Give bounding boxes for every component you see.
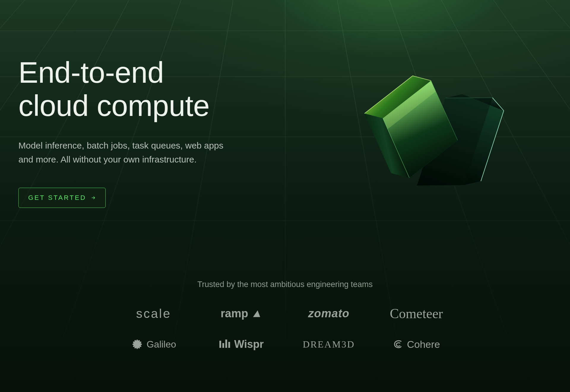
- wispr-bars-icon: [219, 339, 231, 350]
- logo-scale-label: scale: [136, 307, 171, 321]
- logo-grid: scale ramp zomato Cometeer: [98, 306, 472, 350]
- logo-ramp: ramp: [221, 307, 262, 320]
- logo-cometeer: Cometeer: [390, 306, 443, 321]
- cohere-swirl-icon: [393, 339, 403, 350]
- cta-label: GET STARTED: [28, 194, 86, 202]
- svg-rect-9: [225, 340, 227, 348]
- logo-wispr: Wispr: [219, 338, 264, 350]
- hero-headline: End-to-end cloud compute: [18, 56, 223, 122]
- logo-cometeer-label: Cometeer: [390, 306, 443, 321]
- svg-rect-10: [228, 342, 230, 348]
- logo-zomato: zomato: [308, 307, 349, 320]
- hero-subhead: Model inference, batch jobs, task queues…: [18, 139, 223, 166]
- logo-dream3d-label: DREAM3D: [303, 339, 355, 350]
- trusted-by-section: Trusted by the most ambitious engineerin…: [0, 280, 570, 350]
- arrow-right-icon: [91, 195, 96, 200]
- hero-section: End-to-end cloud compute Model inference…: [18, 56, 223, 208]
- svg-rect-8: [222, 343, 224, 348]
- logo-galileo: Galileo: [131, 338, 176, 350]
- trusted-heading: Trusted by the most ambitious engineerin…: [0, 280, 570, 289]
- logo-dream3d: DREAM3D: [303, 339, 355, 350]
- ramp-slash-icon: [252, 309, 262, 319]
- galileo-swirl-icon: [131, 338, 143, 350]
- logo-galileo-label: Galileo: [147, 339, 176, 350]
- logo-cohere-label: Cohere: [407, 339, 440, 350]
- get-started-button[interactable]: GET STARTED: [18, 188, 106, 208]
- svg-rect-7: [219, 341, 221, 348]
- logo-scale: scale: [136, 307, 171, 321]
- logo-wispr-label: Wispr: [234, 338, 264, 350]
- logo-cohere: Cohere: [393, 339, 440, 350]
- logo-ramp-label: ramp: [221, 307, 248, 320]
- logo-zomato-label: zomato: [308, 307, 349, 320]
